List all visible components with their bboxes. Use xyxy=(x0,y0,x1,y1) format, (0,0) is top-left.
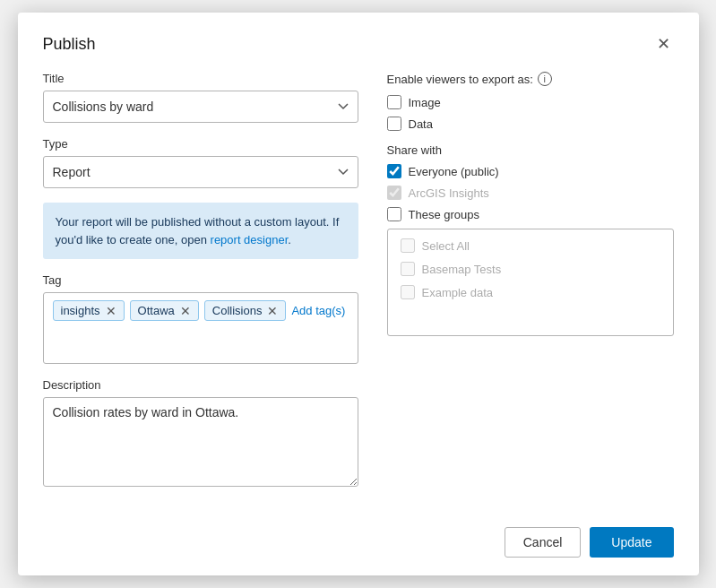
description-textarea[interactable]: Collision rates by ward in Ottawa. xyxy=(43,397,358,487)
group-select-all-checkbox xyxy=(401,238,415,253)
share-groups-checkbox[interactable] xyxy=(387,207,401,221)
export-image-label: Image xyxy=(409,96,441,109)
dialog-title: Publish xyxy=(43,35,96,54)
share-everyone-checkbox[interactable] xyxy=(387,164,401,178)
close-button[interactable]: ✕ xyxy=(653,34,674,54)
tag-collisions: Collisions ✕ xyxy=(204,300,287,321)
dialog-header: Publish ✕ xyxy=(43,34,674,54)
tag-insights-text: insights xyxy=(61,304,100,317)
tag-container: insights ✕ Ottawa ✕ Collisions ✕ Add tag… xyxy=(43,292,358,364)
share-arcgis-checkbox xyxy=(387,186,401,200)
tag-ottawa: Ottawa ✕ xyxy=(130,300,199,321)
group-example-checkbox xyxy=(401,285,415,299)
right-column: Enable viewers to export as: i Image Dat… xyxy=(387,72,674,504)
tag-label: Tag xyxy=(43,273,358,287)
export-label: Enable viewers to export as: i xyxy=(387,72,674,86)
dialog-footer: Cancel Update xyxy=(505,527,674,558)
share-everyone-label: Everyone (public) xyxy=(409,165,499,178)
group-basemap-checkbox xyxy=(401,262,415,276)
tag-insights: insights ✕ xyxy=(53,300,125,321)
group-basemap-label: Basemap Tests xyxy=(422,263,502,276)
export-data-checkbox[interactable] xyxy=(387,117,401,131)
export-data-label: Data xyxy=(409,117,433,131)
group-example-label: Example data xyxy=(422,286,494,299)
cancel-button[interactable]: Cancel xyxy=(505,527,582,558)
tag-insights-remove[interactable]: ✕ xyxy=(106,305,116,317)
update-button[interactable]: Update xyxy=(590,527,673,558)
title-label: Title xyxy=(43,72,358,85)
tag-field-group: Tag insights ✕ Ottawa ✕ Collisions ✕ Add… xyxy=(43,273,358,364)
share-arcgis-row: ArcGIS Insights xyxy=(387,186,674,200)
type-label: Type xyxy=(43,137,358,151)
share-everyone-row: Everyone (public) xyxy=(387,164,674,178)
share-groups-row: These groups xyxy=(387,207,674,221)
export-image-checkbox[interactable] xyxy=(387,95,401,109)
info-icon[interactable]: i xyxy=(538,72,552,86)
dialog-body: Title Collisions by ward Type Report Das… xyxy=(43,72,674,504)
info-text: Your report will be published without a … xyxy=(56,215,340,246)
export-image-row: Image xyxy=(387,95,674,109)
tag-collisions-text: Collisions xyxy=(212,304,263,317)
group-select-all-row: Select All xyxy=(401,238,660,253)
report-designer-link[interactable]: report designer xyxy=(211,233,289,246)
tag-ottawa-remove[interactable]: ✕ xyxy=(180,305,191,317)
description-field-group: Description Collision rates by ward in O… xyxy=(43,378,358,489)
share-label: Share with xyxy=(387,143,674,157)
type-field-group: Type Report DashboardMap xyxy=(43,137,358,188)
add-tag-button[interactable]: Add tag(s) xyxy=(291,301,345,320)
group-basemap-row: Basemap Tests xyxy=(401,262,660,276)
info-box: Your report will be published without a … xyxy=(43,203,358,259)
publish-dialog: Publish ✕ Title Collisions by ward Type … xyxy=(18,13,699,575)
title-select[interactable]: Collisions by ward xyxy=(43,91,358,123)
export-data-row: Data xyxy=(387,117,674,131)
tag-collisions-remove[interactable]: ✕ xyxy=(267,305,278,317)
description-label: Description xyxy=(43,378,358,392)
tag-ottawa-text: Ottawa xyxy=(138,304,175,317)
type-select[interactable]: Report DashboardMap xyxy=(43,156,358,188)
left-column: Title Collisions by ward Type Report Das… xyxy=(43,72,358,504)
share-groups-label: These groups xyxy=(409,208,480,221)
groups-box: Select All Basemap Tests Example data xyxy=(387,229,674,336)
export-label-text: Enable viewers to export as: xyxy=(387,73,533,86)
title-field-group: Title Collisions by ward xyxy=(43,72,358,123)
share-arcgis-label: ArcGIS Insights xyxy=(409,186,489,200)
group-select-all-label: Select All xyxy=(422,239,470,253)
group-example-row: Example data xyxy=(401,285,660,299)
